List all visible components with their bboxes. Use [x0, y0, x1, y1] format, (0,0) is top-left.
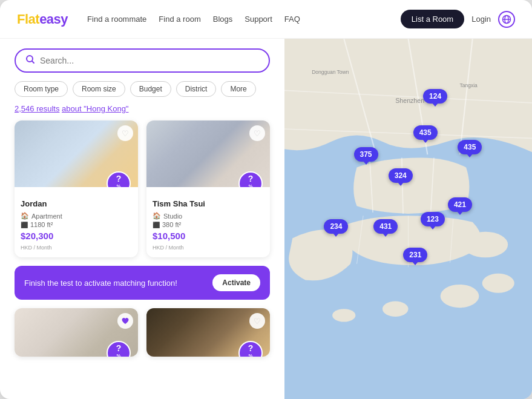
card-size-row-tism: ⬛ 380 ft² — [153, 221, 264, 228]
card-jordan: ♡ ? % matched Jordan 🏠 Apartment — [15, 120, 138, 257]
filter-district[interactable]: District — [176, 81, 217, 97]
map-svg: Shenzhen Dongguan Town Tangxia — [284, 39, 532, 399]
card-area-jordan: Jordan — [21, 199, 132, 208]
card-body-tism: Tism Sha Tsui 🏠 Studio ⬛ 380 ft² $10,500… — [146, 187, 270, 257]
nav-support[interactable]: Support — [245, 15, 272, 24]
svg-point-12 — [482, 274, 514, 293]
card-type-row-jordan: 🏠 Apartment — [21, 212, 132, 220]
logo: Flateasy — [17, 12, 68, 27]
svg-line-4 — [32, 61, 34, 63]
match-badge-jordan: ? % matched — [107, 171, 131, 187]
left-panel: Room type Room size Budget District More… — [0, 39, 284, 399]
filters: Room type Room size Budget District More — [15, 81, 270, 97]
header-actions: List a Room Login — [401, 10, 515, 28]
search-bar — [15, 48, 270, 73]
search-icon — [25, 54, 35, 67]
nav-find-roommate[interactable]: Find a roommate — [87, 15, 146, 24]
filter-more[interactable]: More — [221, 81, 255, 97]
card-image-bottom1: ? % matched — [15, 308, 138, 357]
app-frame: Flateasy Find a roommate Find a room Blo… — [0, 0, 532, 399]
favorite-button-tism[interactable]: ♡ — [249, 125, 265, 141]
house-icon-jordan: 🏠 — [21, 212, 29, 220]
filter-room-size[interactable]: Room size — [73, 81, 125, 97]
list-room-button[interactable]: List a Room — [401, 10, 464, 28]
results-count-link[interactable]: 2,546 results — [15, 104, 59, 113]
nav-faq[interactable]: FAQ — [284, 15, 300, 24]
nav: Find a roommate Find a room Blogs Suppor… — [87, 15, 381, 24]
svg-point-15 — [332, 309, 355, 322]
house-icon-tism: 🏠 — [153, 212, 161, 220]
card-price-unit-tism: HKD / Month — [153, 245, 184, 251]
card-size-tism: 380 ft² — [162, 221, 181, 228]
card-price-unit-jordan: HKD / Month — [21, 245, 52, 251]
svg-text:Tangxia: Tangxia — [460, 82, 478, 88]
logo-flat: Flat — [17, 12, 39, 27]
card-size-jordan: 1180 ft² — [30, 221, 53, 228]
card-image-bottom2: ♡ ? % matched — [146, 308, 270, 357]
card-price-jordan: $20,300 HKD / Month — [21, 231, 132, 251]
globe-icon[interactable] — [498, 11, 515, 28]
card-area-tism: Tism Sha Tsui — [153, 199, 264, 208]
main-content: Room type Room size Budget District More… — [0, 39, 532, 399]
card-type-row-tism: 🏠 Studio — [153, 212, 264, 220]
nav-find-room[interactable]: Find a room — [159, 15, 200, 24]
svg-text:Shenzhen: Shenzhen — [395, 97, 424, 104]
match-badge-bottom2: ? % matched — [238, 341, 263, 357]
card-bottom-2: ♡ ? % matched — [146, 308, 270, 357]
card-image-tism: ♡ ? % matched — [146, 120, 270, 187]
login-button[interactable]: Login — [471, 15, 491, 24]
card-type-jordan: Apartment — [31, 213, 62, 220]
svg-point-14 — [383, 302, 409, 317]
svg-text:Dongguan Town: Dongguan Town — [312, 69, 349, 75]
activate-button[interactable]: Activate — [212, 274, 260, 291]
favorite-button-bottom1[interactable] — [117, 313, 133, 329]
card-price-tism: $10,500 HKD / Month — [153, 231, 264, 251]
card-bottom-1: ? % matched — [15, 308, 138, 357]
card-tism-sha-tsui: ♡ ? % matched Tism Sha Tsui 🏠 Studio — [146, 120, 270, 257]
cards-grid-top: ♡ ? % matched Jordan 🏠 Apartment — [15, 120, 270, 257]
filter-room-type[interactable]: Room type — [15, 81, 68, 97]
cards-grid-bottom: ? % matched ♡ ? % matched — [15, 308, 270, 357]
activate-text: Finish the test to activate matching fun… — [24, 279, 177, 288]
size-icon-jordan: ⬛ — [21, 222, 28, 228]
logo-easy: easy — [39, 12, 68, 27]
match-badge-bottom1: ? % matched — [107, 341, 131, 357]
results-count: 2,546 results about "Hong Kong" — [15, 104, 270, 113]
favorite-button-bottom2[interactable]: ♡ — [249, 313, 265, 329]
card-size-row-jordan: ⬛ 1180 ft² — [21, 221, 132, 228]
card-image-jordan: ♡ ? % matched — [15, 120, 138, 187]
favorite-button-jordan[interactable]: ♡ — [117, 125, 133, 141]
header: Flateasy Find a roommate Find a room Blo… — [0, 0, 532, 39]
nav-blogs[interactable]: Blogs — [213, 15, 233, 24]
search-input[interactable] — [40, 56, 259, 65]
match-badge-tism: ? % matched — [238, 171, 263, 187]
svg-point-11 — [463, 232, 508, 258]
card-type-tism: Studio — [163, 213, 182, 220]
activate-banner: Finish the test to activate matching fun… — [15, 266, 270, 300]
svg-point-13 — [441, 285, 479, 308]
map-panel: Shenzhen Dongguan Town Tangxia 124375435… — [284, 39, 532, 399]
map-container[interactable]: Shenzhen Dongguan Town Tangxia 124375435… — [284, 39, 532, 399]
card-body-jordan: Jordan 🏠 Apartment ⬛ 1180 ft² $20,300 HK… — [15, 187, 138, 257]
size-icon-tism: ⬛ — [153, 222, 160, 228]
filter-budget[interactable]: Budget — [130, 81, 171, 97]
